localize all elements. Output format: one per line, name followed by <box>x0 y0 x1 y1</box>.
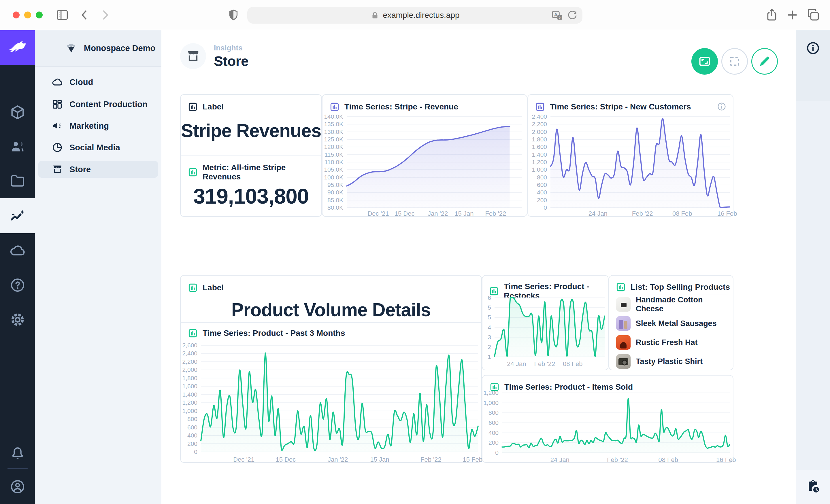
panel-product-volume[interactable]: Label Product Volume Details Time Series… <box>180 275 482 463</box>
product-image <box>616 335 631 349</box>
navigation-panel: Monospace Demo Cloud Content Production … <box>35 30 161 504</box>
panel-stripe-revenue[interactable]: Time Series: Stripe - Revenue 140.0K135.… <box>322 94 528 217</box>
x-axis-tick: 08 Feb <box>672 210 692 217</box>
panel-top-selling-products[interactable]: List: Top Selling Products Handmade Cott… <box>609 275 733 370</box>
translate-icon[interactable]: A文 <box>551 9 564 22</box>
panel-label-stripe[interactable]: Label Stripe Revenues Metric: All-time S… <box>180 94 322 217</box>
sidebar-item-marketing[interactable]: Marketing <box>38 117 158 134</box>
module-files[interactable] <box>0 166 35 195</box>
tabs-icon[interactable] <box>806 7 821 23</box>
chart-plot <box>550 116 730 208</box>
module-cloud[interactable] <box>0 236 35 265</box>
cloud-icon <box>52 76 63 88</box>
y-axis-tick: 4 <box>488 324 491 331</box>
x-axis-tick: Feb '22 <box>485 210 506 217</box>
panel-stripe-new-customers[interactable]: Time Series: Stripe - New Customers 2,40… <box>528 94 733 217</box>
module-users[interactable] <box>0 132 35 161</box>
share-icon[interactable] <box>764 7 779 23</box>
label-text: Stripe Revenues <box>181 120 321 141</box>
y-axis-tick: 115.0K <box>324 151 343 158</box>
board-icon <box>698 55 711 68</box>
y-axis-tick: 1,600 <box>532 143 547 150</box>
sidebar-item-social-media[interactable]: Social Media <box>38 139 158 156</box>
sidebar-item-store[interactable]: Store <box>38 161 158 178</box>
sidebar-item-cloud[interactable]: Cloud <box>38 74 158 91</box>
module-insights[interactable] <box>0 198 35 233</box>
list-item[interactable]: Handmade Cotton Cheese <box>616 295 727 314</box>
lock-icon <box>370 10 380 20</box>
module-settings[interactable] <box>0 305 35 334</box>
cloud-icon <box>9 242 26 259</box>
y-axis-tick: 2 <box>488 344 491 350</box>
panel-product-restocks[interactable]: Time Series: Product - Restocks 65543212… <box>482 275 609 370</box>
bar-chart-icon <box>188 167 198 177</box>
x-axis-tick: 15 Feb <box>463 456 483 463</box>
chart-xaxis: Dec '2115 DecJan '2215 JanFeb '2215 Feb <box>201 456 478 463</box>
y-axis-tick: 5 <box>488 314 491 321</box>
list-item[interactable]: Sleek Metal Sausages <box>616 314 727 333</box>
y-axis-tick: 130.0K <box>324 129 343 135</box>
x-axis-tick: 15 Dec <box>394 210 415 217</box>
reload-icon[interactable] <box>566 9 578 22</box>
y-axis-tick: 1,800 <box>182 375 197 381</box>
module-account[interactable] <box>0 472 35 501</box>
y-axis-tick: 3 <box>488 334 491 341</box>
close-window-button[interactable] <box>13 11 20 19</box>
x-axis-tick: 15 Jan <box>454 210 474 217</box>
present-button[interactable] <box>691 48 718 75</box>
product-name: Tasty Plastic Shirt <box>636 357 703 366</box>
zoom-window-button[interactable] <box>36 11 43 19</box>
edit-button[interactable] <box>751 48 778 75</box>
x-axis-tick: Jan '22 <box>328 456 348 463</box>
sidebar-item-label: Marketing <box>69 121 109 131</box>
shield-icon[interactable] <box>226 7 241 23</box>
fullscreen-button[interactable] <box>721 48 748 75</box>
info-icon[interactable] <box>805 41 821 56</box>
panel-header: Label <box>202 283 224 292</box>
main-content: Insights Store Label Stripe Revenues Met… <box>161 30 796 504</box>
sidebar-item-content-production[interactable]: Content Production <box>38 96 158 112</box>
y-axis-tick: 6 <box>488 294 491 301</box>
x-axis-tick: Jan '22 <box>428 210 448 217</box>
list-item[interactable]: Rustic Fresh Hat <box>616 333 727 351</box>
product-name: Handmade Cotton Cheese <box>636 296 727 313</box>
y-axis-tick: 1,600 <box>182 383 197 390</box>
chart-plot <box>347 116 522 208</box>
signal-icon <box>65 43 77 54</box>
y-axis-tick: 95.0K <box>327 181 343 188</box>
info-icon[interactable] <box>717 102 727 111</box>
sidebar-toggle-icon[interactable] <box>55 7 70 23</box>
y-axis-tick: 400 <box>187 432 197 439</box>
back-icon[interactable] <box>77 7 92 23</box>
list-item[interactable]: Tasty Plastic Shirt <box>616 351 727 371</box>
bar-chart-icon <box>615 282 626 292</box>
directus-logo[interactable] <box>0 30 35 65</box>
product-name: Rustic Fresh Hat <box>636 338 698 347</box>
y-axis-tick: 400 <box>488 429 499 436</box>
panel-product-items-sold[interactable]: Time Series: Product - Items Sold 1,2001… <box>482 375 733 463</box>
y-axis-tick: 1,000 <box>483 399 499 406</box>
chart-xaxis: 24 JanFeb '2208 Feb <box>494 360 605 368</box>
module-help[interactable] <box>0 271 35 300</box>
insights-icon <box>9 207 26 224</box>
chart-xaxis: 24 JanFeb '2208 Feb16 Feb <box>502 456 730 464</box>
browser-toolbar: example.directus.app A文 <box>0 0 830 30</box>
module-content[interactable] <box>0 98 35 127</box>
y-axis-tick: 2,200 <box>182 358 197 365</box>
new-tab-icon[interactable] <box>785 7 800 23</box>
address-bar[interactable]: example.directus.app A文 <box>247 7 582 24</box>
y-axis-tick: 5 <box>488 304 491 311</box>
module-notifications[interactable] <box>0 439 35 468</box>
forward-icon[interactable] <box>97 7 113 23</box>
y-axis-tick: 100.0K <box>324 174 343 181</box>
y-axis-tick: 1,400 <box>532 151 547 158</box>
breadcrumb[interactable]: Insights <box>214 43 243 53</box>
x-axis-tick: 08 Feb <box>563 360 583 368</box>
y-axis-tick: 2,600 <box>182 342 197 349</box>
y-axis-tick: 800 <box>488 409 499 416</box>
minimize-window-button[interactable] <box>24 11 31 19</box>
clipboard-clock-icon[interactable] <box>805 479 821 494</box>
sidebar-item-label: Cloud <box>69 77 93 87</box>
project-chooser[interactable]: Monospace Demo <box>35 30 161 67</box>
page-icon-chip <box>180 43 206 69</box>
